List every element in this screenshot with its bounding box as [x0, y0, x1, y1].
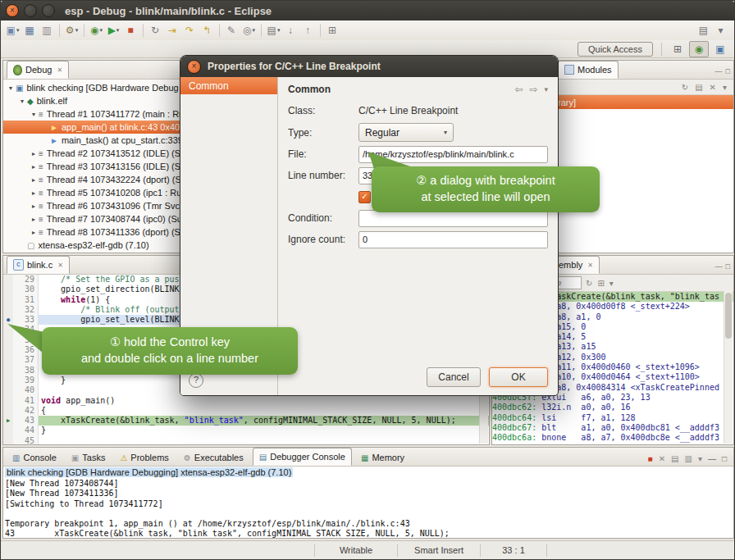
perspective-button[interactable]: ▣	[711, 42, 729, 57]
expander-icon[interactable]: ▸	[30, 176, 38, 184]
modules-toolbar-icon[interactable]: ▤	[695, 83, 702, 92]
code-line[interactable]	[39, 436, 489, 444]
modules-toolbar-icon[interactable]: ↻	[682, 83, 688, 92]
perspective-button[interactable]: ◉	[689, 41, 709, 57]
disassembly-toolbar-icon[interactable]: ▾	[609, 279, 614, 288]
toolbar-button[interactable]: ■	[123, 22, 139, 39]
window-minimize-button[interactable]	[24, 4, 37, 17]
console-toolbar-icon[interactable]: ■	[648, 454, 653, 463]
close-icon[interactable]: ✕	[57, 262, 63, 269]
line-number[interactable]: 29	[13, 275, 39, 285]
toolbar-button[interactable]: ▥	[39, 22, 55, 39]
toolbar-button[interactable]	[59, 24, 60, 37]
toolbar-button[interactable]: ▾	[713, 22, 728, 39]
window-close-button[interactable]: ×	[6, 4, 19, 17]
console-tab[interactable]: ▤Debugger Console	[253, 448, 352, 466]
modules-toolbar-icon[interactable]: ✕	[710, 83, 716, 92]
disassembly-scrollbar[interactable]	[724, 291, 733, 444]
toolbar-button[interactable]: ⊞	[325, 22, 340, 39]
expander-icon[interactable]: ▸	[30, 203, 38, 210]
toolbar-button[interactable]	[320, 24, 321, 37]
line-number[interactable]: 36	[13, 345, 39, 355]
toolbar-button[interactable]: ✎	[224, 22, 240, 39]
window-maximize-button[interactable]	[42, 4, 55, 17]
line-number[interactable]: 32	[13, 305, 39, 315]
close-icon[interactable]: ✕	[587, 262, 593, 269]
toolbar-button[interactable]: ↰	[199, 22, 215, 39]
tab-modules[interactable]: Modules	[558, 61, 619, 79]
code-line[interactable]: }	[39, 426, 489, 435]
console-tab[interactable]: ⚠Problems	[114, 449, 174, 466]
code-line[interactable]: xTaskCreate(&blink_task, "blink_task", c…	[39, 416, 489, 426]
close-icon[interactable]: ✕	[57, 66, 62, 74]
code-line[interactable]: {	[39, 406, 489, 416]
toolbar-button[interactable]: ⚙▾	[64, 22, 80, 39]
line-number[interactable]: 31	[13, 295, 39, 305]
scrollbar-thumb[interactable]	[725, 293, 732, 339]
console-tab[interactable]: ⚙Executables	[178, 449, 249, 466]
expander-icon[interactable]: ▸	[30, 216, 38, 223]
minimize-icon[interactable]: —	[715, 262, 723, 271]
perspective-button[interactable]: ⊞	[669, 42, 687, 57]
line-number[interactable]: 35	[13, 335, 39, 345]
expander-icon[interactable]: ▸	[30, 189, 38, 197]
toolbar-button[interactable]	[261, 24, 262, 37]
line-number[interactable]: 30	[13, 285, 39, 294]
toolbar-button[interactable]: ▤▾	[266, 22, 281, 39]
console-tab[interactable]: ▣Tasks	[66, 449, 112, 466]
ok-button[interactable]: OK	[489, 367, 548, 387]
sidebar-item-common[interactable]: Common	[180, 77, 277, 94]
toolbar-button[interactable]: ◉▾	[89, 22, 104, 39]
line-number[interactable]: 38	[13, 366, 39, 376]
toolbar-button[interactable]	[143, 24, 144, 37]
type-dropdown[interactable]: Regular▾	[358, 123, 454, 142]
toolbar-button[interactable]: ▦	[22, 22, 38, 39]
expander-icon[interactable]: ▾	[30, 111, 38, 118]
disassembly-toolbar-icon[interactable]: ⊞	[597, 279, 604, 288]
module-selected-row[interactable]: rary]	[546, 95, 733, 109]
console-toolbar-icon[interactable]: ▥	[684, 454, 692, 463]
tab-blink-c[interactable]: c blink.c ✕	[7, 256, 70, 274]
toolbar-button[interactable]: ▤	[696, 22, 711, 39]
console-toolbar-icon[interactable]: □	[722, 454, 727, 463]
expander-icon[interactable]: ▾	[18, 98, 26, 105]
forward-icon[interactable]: ⇨	[529, 84, 537, 95]
toolbar-button[interactable]	[219, 24, 220, 37]
toolbar-button[interactable]: ↷	[182, 22, 198, 39]
ignore-count-input[interactable]	[358, 231, 548, 248]
toolbar-button[interactable]: ⇥	[165, 22, 180, 39]
expander-icon[interactable]: ▸	[30, 229, 38, 236]
console-tab[interactable]: ▦Memory	[355, 449, 410, 466]
line-number[interactable]: 43	[13, 416, 39, 426]
tab-debug[interactable]: Debug ✕	[7, 61, 69, 79]
line-number[interactable]: 33	[13, 315, 39, 325]
toolbar-button[interactable]: ▣▾	[5, 22, 21, 39]
toolbar-button[interactable]: ↑	[300, 22, 316, 39]
maximize-icon[interactable]: □	[726, 67, 730, 75]
expander-icon[interactable]: ▸	[30, 163, 38, 171]
expander-icon[interactable]: ▾	[7, 84, 15, 92]
dialog-close-button[interactable]: ×	[187, 60, 201, 74]
toolbar-button[interactable]	[84, 24, 84, 37]
console-tab[interactable]: ▥Console	[7, 449, 62, 466]
toolbar-button[interactable]: ↓	[283, 22, 299, 39]
line-number[interactable]: 37	[13, 355, 39, 365]
disassembly-line[interactable]: 400dbc67: blt a1, a0, 0x400dbc81 <__addd…	[492, 423, 733, 433]
line-number[interactable]: 39	[13, 376, 39, 385]
toolbar-button[interactable]: ◎▾	[241, 22, 257, 39]
expander-icon[interactable]: ▸	[30, 150, 38, 157]
console-toolbar-icon[interactable]: ✕	[659, 454, 665, 463]
minimize-icon[interactable]: —	[715, 67, 723, 75]
line-number[interactable]: 44	[13, 426, 39, 435]
modules-toolbar-icon[interactable]: ▾	[723, 83, 727, 92]
toolbar-button[interactable]: ▶▾	[106, 22, 121, 39]
console-toolbar-icon[interactable]: —	[708, 454, 716, 463]
console-toolbar-icon[interactable]: ▤	[671, 454, 678, 463]
line-number[interactable]: 45	[13, 436, 39, 444]
file-input[interactable]	[358, 146, 548, 163]
line-number[interactable]: 34	[13, 325, 39, 335]
disassembly-line[interactable]: 400dbc62: l32i.n a0, a0, 16	[492, 403, 733, 412]
line-number[interactable]: 41	[13, 396, 39, 406]
disassembly-toolbar-icon[interactable]: ↻	[586, 279, 592, 288]
code-line[interactable]: void app_main()	[39, 396, 489, 406]
